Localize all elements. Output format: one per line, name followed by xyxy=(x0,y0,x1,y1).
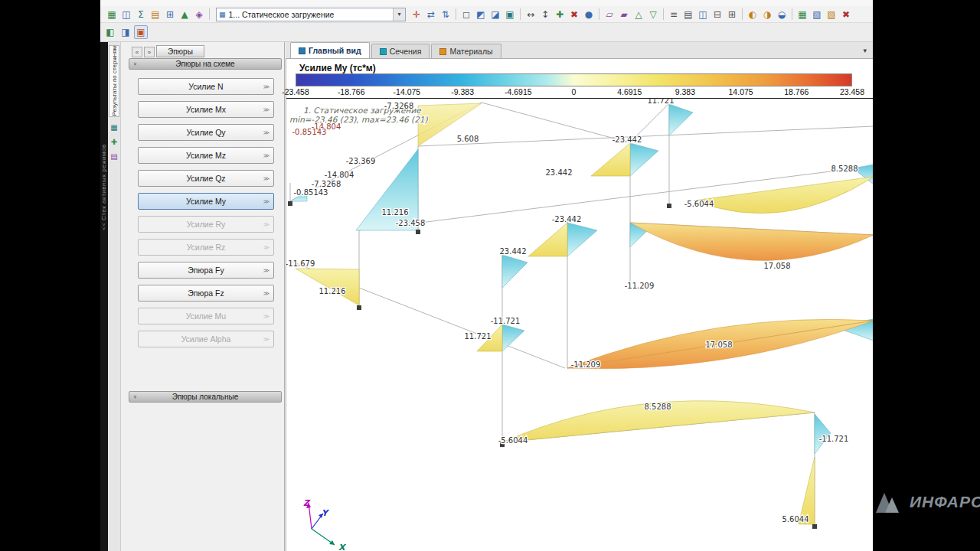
triangle-icon[interactable]: △ xyxy=(632,8,645,21)
svg-text:-23.442: -23.442 xyxy=(552,215,582,223)
fit-width-icon[interactable]: ↔ xyxy=(524,8,537,21)
figure-title: Усилие My (тс*м) xyxy=(299,63,376,73)
node-icon[interactable]: ● xyxy=(582,8,596,21)
sum-icon[interactable]: Σ xyxy=(134,8,148,21)
scale-tick: 23.458 xyxy=(840,87,864,96)
add-result-icon[interactable]: ✚ xyxy=(109,136,119,147)
positive-moment-areas xyxy=(296,103,873,524)
collapse-left-icon[interactable]: « xyxy=(132,47,142,57)
hatch2-icon[interactable]: ▨ xyxy=(825,8,838,21)
expand-icon[interactable]: ⊞ xyxy=(725,8,739,21)
toolbar-separator xyxy=(456,8,456,20)
contrast2-icon[interactable]: ◑ xyxy=(760,8,774,21)
swap-h-icon[interactable]: ⇄ xyxy=(424,8,438,21)
chevron-right-icon: ≫ xyxy=(263,244,270,251)
svg-text:-23.442: -23.442 xyxy=(612,135,642,144)
list-icon[interactable]: ≡ xyxy=(667,8,681,21)
panel-tab-epures[interactable]: Эпюры xyxy=(156,45,204,57)
svg-text:-23.458: -23.458 xyxy=(396,219,426,227)
svg-text:-5.6044: -5.6044 xyxy=(498,436,528,445)
force-button-9[interactable]: Эпюра Fy≫ xyxy=(138,262,274,279)
fit-height-icon[interactable]: ↕ xyxy=(538,8,552,21)
scale-tick: -9.383 xyxy=(451,87,474,96)
half-fill2-icon[interactable]: ◪ xyxy=(488,8,502,21)
force-button-label: Усилие Qy xyxy=(186,128,225,137)
close-icon[interactable]: ✖ xyxy=(839,8,853,21)
results-by-bars-label: Результаты по стержням xyxy=(111,46,118,116)
view-tab[interactable]: Главный вид xyxy=(290,42,370,58)
add-icon[interactable]: ✚ xyxy=(553,8,567,21)
left-vertical-rail: Результаты по стержням ▦✚▤ xyxy=(108,42,121,551)
results-by-bars-tab[interactable]: Результаты по стержням xyxy=(109,45,119,117)
toolbar-separator xyxy=(742,8,743,20)
dropdown-arrow-icon[interactable]: ▾ xyxy=(393,8,405,21)
scale-tick: 4.6915 xyxy=(617,87,642,96)
pane-left-icon[interactable]: ◧ xyxy=(103,25,117,39)
grid-icon[interactable]: ⊞ xyxy=(163,8,177,21)
tab-overflow-icon[interactable]: ▾ xyxy=(863,47,867,54)
plate-icon[interactable]: ▱ xyxy=(603,8,616,21)
mesh-icon[interactable]: ▲ xyxy=(178,8,191,21)
main-toolbar: ▦◫Σ▤⊞▲◈ ▦ 1... Статическое загружение ▾ … xyxy=(100,6,873,23)
force-button-label: Усилие Qz xyxy=(186,174,225,183)
force-button-label: Усилие Mu xyxy=(186,311,226,321)
svg-text:-14.804: -14.804 xyxy=(325,171,354,179)
force-button-6[interactable]: Усилие My≫ xyxy=(138,193,274,210)
selected-cell-icon[interactable]: ▣ xyxy=(503,8,517,21)
diagrams-panel-icon[interactable]: ▣ xyxy=(134,25,148,39)
layers-icon[interactable]: ▤ xyxy=(149,8,162,21)
moment-diagram[interactable]: Z Y X 1. Статическое загружениеmin=-23.4… xyxy=(286,99,873,551)
split-icon[interactable]: ◫ xyxy=(696,8,710,21)
crosshair-icon[interactable]: ✛ xyxy=(410,8,423,21)
half-fill-icon[interactable]: ◩ xyxy=(474,8,488,21)
watermark: ИНФАРС xyxy=(876,490,980,514)
svg-text:-23.369: -23.369 xyxy=(346,157,376,165)
force-button-3[interactable]: Усилие Qy≫ xyxy=(138,124,274,141)
tab-icon xyxy=(299,47,305,54)
chevron-right-icon: ≫ xyxy=(263,290,270,297)
view-tab[interactable]: Сечения xyxy=(371,44,430,58)
section-epures-local[interactable]: » Эпюры локальные xyxy=(129,391,282,403)
collapse-icon[interactable]: ⊟ xyxy=(710,8,724,21)
plate-filled-icon[interactable]: ▰ xyxy=(617,8,631,21)
force-button-4[interactable]: Усилие Mz≫ xyxy=(138,147,274,164)
diamond-icon[interactable]: ◈ xyxy=(192,8,206,21)
contrast-icon[interactable]: ◐ xyxy=(746,8,760,21)
loadcase-dropdown[interactable]: ▦ 1... Статическое загружение ▾ xyxy=(216,8,406,21)
pane-right-icon[interactable]: ◨ xyxy=(119,25,132,39)
force-button-label: Эпюра Fy xyxy=(188,266,224,275)
scale-tick: 18.766 xyxy=(784,87,808,96)
panel-header: « » Эпюры xyxy=(132,44,204,57)
force-button-label: Усилие My xyxy=(186,197,226,206)
watermark-text: ИНФАРС xyxy=(910,493,980,511)
report-icon[interactable]: ▤ xyxy=(109,151,119,161)
toolbar-separator xyxy=(663,8,664,20)
collapse-right-icon[interactable]: » xyxy=(144,47,155,57)
loadcase-dropdown-value: 1... Статическое загружение xyxy=(229,10,335,19)
modes-stack-rail[interactable]: << Стек активных режимов xyxy=(100,42,108,551)
force-button-1[interactable]: Усилие N≫ xyxy=(138,78,274,95)
force-button-5[interactable]: Усилие Qz≫ xyxy=(138,170,274,187)
delete-icon[interactable]: ✖ xyxy=(567,8,581,21)
tab-label: Главный вид xyxy=(309,46,361,55)
phase-icon[interactable]: ◒ xyxy=(775,8,789,21)
swap-v-icon[interactable]: ⇅ xyxy=(439,8,452,21)
table-icon[interactable]: ▦ xyxy=(105,8,119,21)
frame-icon[interactable]: ◻ xyxy=(459,8,473,21)
triangle-down-icon[interactable]: ▽ xyxy=(646,8,660,21)
chevron-right-icon: ≫ xyxy=(263,83,270,90)
rows-icon[interactable]: ▤ xyxy=(681,8,695,21)
svg-text:-11.721: -11.721 xyxy=(491,317,521,325)
svg-text:-7.3268: -7.3268 xyxy=(312,180,341,188)
force-button-10[interactable]: Эпюра Fz≫ xyxy=(138,285,274,302)
section-epures-on-scheme[interactable]: » Эпюры на схеме xyxy=(129,58,282,70)
force-button-label: Усилие Mz xyxy=(186,151,226,160)
hatch-icon[interactable]: ▧ xyxy=(810,8,824,21)
tab-icon xyxy=(439,48,446,55)
tab-label: Сечения xyxy=(390,47,422,56)
columns-icon[interactable]: ◫ xyxy=(119,8,133,21)
results-grid-icon[interactable]: ▦ xyxy=(109,122,119,132)
view-tab[interactable]: Материалы xyxy=(431,44,501,58)
results-table-icon[interactable]: ▦ xyxy=(795,8,809,21)
force-button-2[interactable]: Усилие Mx≫ xyxy=(138,101,274,118)
